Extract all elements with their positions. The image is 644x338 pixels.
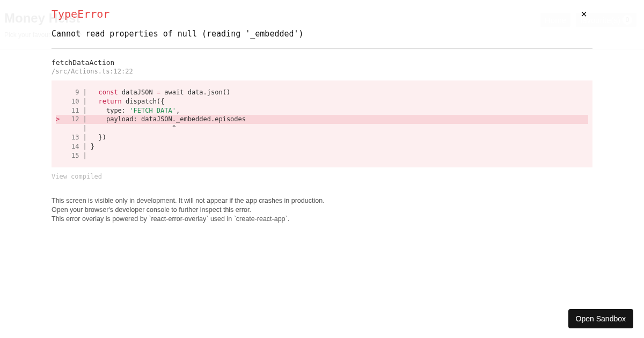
code-snippet: 9 | const dataJSON = await data.json() 1… <box>52 80 592 167</box>
code-line: 13 | }) <box>56 133 588 142</box>
dev-note-2: Open your browser's developer console to… <box>52 205 592 215</box>
close-icon[interactable]: × <box>581 9 587 19</box>
code-line: 10 | return dispatch({ <box>56 97 588 106</box>
view-compiled-link[interactable]: View compiled <box>52 173 592 180</box>
code-line: | ^ <box>56 124 588 133</box>
error-overlay: × TypeError Cannot read properties of nu… <box>0 0 644 338</box>
dev-note-1: This screen is visible only in developme… <box>52 196 592 205</box>
error-message: Cannot read properties of null (reading … <box>52 29 592 39</box>
dev-note-3: This error overlay is powered by `react-… <box>52 215 592 224</box>
error-function-name: fetchDataAction <box>52 58 592 67</box>
error-location: /src/Actions.ts:12:22 <box>52 68 592 75</box>
divider <box>52 48 592 49</box>
open-sandbox-button[interactable]: Open Sandbox <box>568 309 633 328</box>
code-line: 9 | const dataJSON = await data.json() <box>56 88 588 97</box>
code-line: 14 | } <box>56 142 588 151</box>
code-line: 11 | type: 'FETCH_DATA', <box>56 106 588 115</box>
code-line: > 12 | payload: dataJSON._embedded.episo… <box>56 115 588 124</box>
code-line: 15 | <box>56 151 588 160</box>
error-type: TypeError <box>52 8 592 20</box>
